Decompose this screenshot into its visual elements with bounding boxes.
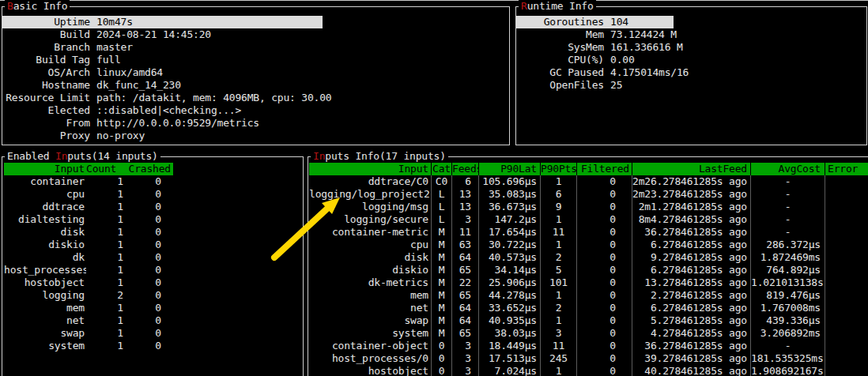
- info-row-value: dk_func_14_230: [96, 79, 181, 92]
- cell-lastfeed: 5.278461285s ago: [632, 314, 750, 327]
- table-row[interactable]: dialtesting 1 0: [4, 213, 173, 226]
- table-row[interactable]: host_processes/0 0 3 17.513µs 245 0 39.2…: [309, 352, 868, 365]
- info-row[interactable]: From http://0.0.0.0:9529/metrics: [2, 117, 323, 130]
- info-row[interactable]: Resource Limit path: /datakit, mem: 4096…: [2, 92, 323, 104]
- cell-filtered: 0: [576, 276, 632, 289]
- table-row[interactable]: logging/log_project2 L 13 35.083µs 6 0 2…: [309, 188, 868, 201]
- cell-input: logging/msg: [309, 201, 431, 213]
- table-row[interactable]: cpu 1 0: [4, 188, 173, 201]
- cell-p90pts: 11: [540, 226, 576, 239]
- info-row-label: OS/Arch: [5, 66, 90, 79]
- cell-filtered: 0: [576, 314, 632, 327]
- cell-input: container-metric: [309, 226, 431, 239]
- cell-cat: L: [431, 201, 451, 213]
- table-row[interactable]: system M 65 38.03µs 3 0 4.278461285s ago…: [309, 327, 868, 340]
- info-row[interactable]: OpenFiles 25: [516, 79, 674, 92]
- table-row[interactable]: ddtrace 1 0: [4, 201, 173, 213]
- table-row[interactable]: mem 1 0: [4, 302, 173, 314]
- cell-p90pts: 1: [540, 314, 576, 327]
- table-row[interactable]: mem M 65 44.278µs 1 0 2.278461285s ago 8…: [309, 289, 868, 302]
- inputs-info-title: Inputs Info(17 inputs): [311, 150, 448, 163]
- cell-cat: 0: [431, 340, 451, 352]
- cell-lastfeed: 2.278461285s ago: [632, 289, 750, 302]
- inputs-info-table: Input Cat Feeds P90Lat P90Pts Filtered L…: [308, 157, 868, 376]
- table-row[interactable]: disk M 64 40.573µs 2 0 9.278461285s ago …: [309, 251, 868, 264]
- table-row[interactable]: hostobject 0 3 7.024µs 1 0 40.278461285s…: [309, 365, 868, 376]
- cell-input: host_processes/0: [309, 352, 431, 365]
- table-row[interactable]: dk 1 0: [4, 251, 173, 264]
- cell-filtered: 0: [576, 239, 632, 251]
- table-row[interactable]: hostobject 1 0: [4, 276, 173, 289]
- cell-avgcost: -: [750, 213, 825, 226]
- info-row[interactable]: Proxy no-proxy: [2, 130, 323, 142]
- cell-feeds: 13: [451, 201, 478, 213]
- cell-feeds: 3: [451, 213, 478, 226]
- table-row[interactable]: container 1 0: [4, 175, 173, 188]
- runtime-info-list: Goroutines 104 Mem 73.124424 M SysMem 16…: [516, 7, 866, 92]
- table-row[interactable]: net M 64 33.652µs 2 0 6.278461285s ago 1…: [309, 302, 868, 314]
- info-row[interactable]: Goroutines 104: [516, 16, 674, 28]
- info-row[interactable]: Branch master: [2, 41, 323, 54]
- info-row[interactable]: Uptime 10m47s: [2, 16, 323, 28]
- info-row[interactable]: Elected ::disabled|<checking...>: [2, 104, 323, 117]
- info-row[interactable]: Build Tag full: [2, 54, 323, 66]
- info-row[interactable]: CPU(%) 0.00: [516, 54, 674, 66]
- table-row[interactable]: container-metric M 11 17.654µs 11 0 36.2…: [309, 226, 868, 239]
- cell-input: host_processes: [4, 264, 86, 276]
- table-row[interactable]: logging/msg L 13 36.673µs 9 0 2m1.278461…: [309, 201, 868, 213]
- cell-p90pts: 1: [540, 365, 576, 376]
- table-row[interactable]: logging/secure L 3 147.2µs 1 0 8m4.27846…: [309, 213, 868, 226]
- info-row-value: linux/amd64: [96, 66, 163, 79]
- cell-error: [825, 264, 868, 276]
- title-text: puts Info(17 inputs): [325, 150, 446, 162]
- info-row[interactable]: Build 2024-08-21 14:45:20: [2, 28, 323, 41]
- cell-lastfeed: 13.278461285s ago: [632, 276, 750, 289]
- cell-feeds: 65: [451, 327, 478, 340]
- table-row[interactable]: swap 1 0: [4, 327, 173, 340]
- cell-input: cpu: [309, 239, 431, 251]
- cell-count: 1: [86, 276, 124, 289]
- table-row[interactable]: cpu M 63 30.722µs 1 0 6.278461285s ago 2…: [309, 239, 868, 251]
- cell-crashed: 0: [124, 264, 173, 276]
- cell-input: mem: [4, 302, 86, 314]
- cell-crashed: 0: [124, 340, 173, 352]
- info-row[interactable]: Hostname dk_func_14_230: [2, 79, 323, 92]
- cell-crashed: 0: [124, 302, 173, 314]
- info-row-value: no-proxy: [96, 130, 145, 142]
- table-row[interactable]: disk 1 0: [4, 226, 173, 239]
- cell-p90lat: 40.935µs: [478, 314, 540, 327]
- table-row[interactable]: logging 2 0: [4, 289, 173, 302]
- cell-p90pts: 101: [540, 276, 576, 289]
- cell-p90lat: 18.449µs: [478, 340, 540, 352]
- info-row-label: Hostname: [5, 79, 90, 92]
- info-row-label: SysMem: [519, 41, 604, 54]
- cell-error: [825, 302, 868, 314]
- cell-avgcost: 764.892µs: [750, 264, 825, 276]
- cell-p90lat: 44.278µs: [478, 289, 540, 302]
- table-row[interactable]: swap M 64 40.935µs 1 0 5.278461285s ago …: [309, 314, 868, 327]
- cell-p90lat: 35.083µs: [478, 188, 540, 201]
- cell-lastfeed: 9.278461285s ago: [632, 251, 750, 264]
- enabled-inputs-title: Enabled Inputs(14 inputs): [5, 150, 160, 163]
- table-row[interactable]: diskio 1 0: [4, 239, 173, 251]
- info-row[interactable]: GC Paused 4.175014ms/16: [516, 66, 674, 79]
- info-row[interactable]: OS/Arch linux/amd64: [2, 66, 323, 79]
- info-row-label: OpenFiles: [519, 79, 604, 92]
- cell-lastfeed: 39.278461285s ago: [632, 352, 750, 365]
- table-row[interactable]: ddtrace/C0 C0 6 105.696µs 1 0 2m26.27846…: [309, 175, 868, 188]
- table-row[interactable]: container-object 0 3 18.449µs 11 0 36.27…: [309, 340, 868, 352]
- table-row[interactable]: system 1 0: [4, 340, 173, 352]
- info-row[interactable]: Mem 73.124424 M: [516, 28, 674, 41]
- info-row-value: 25: [610, 79, 622, 92]
- table-row[interactable]: dk-metrics M 22 25.906µs 101 0 13.278461…: [309, 276, 868, 289]
- table-row[interactable]: diskio M 65 34.14µs 5 0 6.278461285s ago…: [309, 264, 868, 276]
- cell-input: hostobject: [4, 276, 86, 289]
- cell-cat: M: [431, 327, 451, 340]
- cell-cat: M: [431, 289, 451, 302]
- table-row[interactable]: host_processes 1 0: [4, 264, 173, 276]
- cell-error: [825, 340, 868, 352]
- cell-p90pts: 1: [540, 239, 576, 251]
- info-row[interactable]: SysMem 161.336616 M: [516, 41, 674, 54]
- table-row[interactable]: net 1 0: [4, 314, 173, 327]
- cell-avgcost: 439.336µs: [750, 314, 825, 327]
